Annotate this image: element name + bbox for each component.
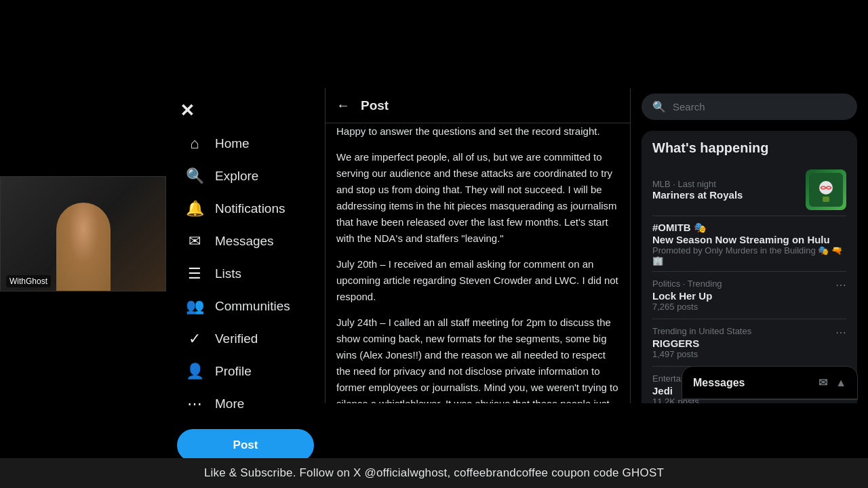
- mlb-image: [806, 169, 846, 210]
- webcam-label: WithGhost: [6, 275, 51, 287]
- whats-happening-title: What's happening: [652, 140, 846, 156]
- sidebar-item-communities[interactable]: 👥 Communities: [172, 291, 319, 322]
- sidebar: ✕ ⌂ Home 🔍 Explore 🔔 Notifications ✉ Mes…: [166, 88, 326, 403]
- sidebar-item-verified[interactable]: ✓ Verified: [172, 323, 319, 354]
- sidebar-label-communities: Communities: [215, 299, 290, 314]
- trend-riggers-meta: Trending in United States: [652, 326, 751, 336]
- post-paragraph-4: July 24th – I called an all staff meetin…: [336, 314, 619, 403]
- whats-happening-panel: What's happening MLB · Last night Marine…: [642, 131, 857, 403]
- sidebar-label-home: Home: [215, 136, 250, 151]
- communities-icon: 👥: [185, 298, 204, 315]
- explore-icon: 🔍: [185, 167, 204, 185]
- search-input[interactable]: [673, 101, 846, 113]
- search-container[interactable]: 🔍: [642, 94, 857, 120]
- bottom-bar: Like & Subscribe. Follow on X @officialw…: [0, 458, 868, 488]
- mlb-name: Mariners at Royals: [652, 189, 806, 201]
- lists-icon: ☰: [185, 265, 204, 283]
- post-content-area: Happy to answer the questions and set th…: [326, 123, 630, 403]
- svg-rect-2: [823, 197, 829, 202]
- webcam-video: WithGhost: [1, 177, 165, 291]
- post-paragraph-1: Happy to answer the questions and set th…: [336, 123, 619, 140]
- sidebar-label-explore: Explore: [215, 169, 258, 184]
- trend-riggers-name: RIGGERS: [652, 338, 751, 349]
- sidebar-label-more: More: [215, 396, 244, 411]
- trend-lock-her-up[interactable]: Politics · Trending Lock Her Up 7,265 po…: [652, 272, 846, 319]
- messages-icons: ✉ ▲: [818, 376, 846, 389]
- sidebar-label-profile: Profile: [215, 364, 252, 379]
- trend-riggers-header: Trending in United States RIGGERS 1,497 …: [652, 326, 846, 359]
- messages-header: Messages ✉ ▲: [682, 367, 857, 399]
- trend-lock-her-up-content: Politics · Trending Lock Her Up 7,265 po…: [652, 279, 722, 312]
- trend-riggers-content: Trending in United States RIGGERS 1,497 …: [652, 326, 751, 359]
- omitb-promoted-label: Promoted by Only Murders in the Building…: [652, 245, 846, 266]
- trend-lock-her-up-posts: 7,265 posts: [652, 302, 722, 312]
- trend-mlb[interactable]: MLB · Last night Mariners at Royals: [652, 164, 846, 216]
- trend-more-icon-2[interactable]: ⋯: [835, 326, 846, 339]
- sidebar-label-lists: Lists: [215, 266, 241, 281]
- messages-compose-icon[interactable]: ✉: [818, 376, 827, 389]
- back-button[interactable]: ←: [336, 98, 350, 113]
- omitb-description: New Season Now Streaming on Hulu: [652, 234, 846, 245]
- trend-lock-her-up-name: Lock Her Up: [652, 290, 722, 302]
- sidebar-item-profile[interactable]: 👤 Profile: [172, 356, 319, 387]
- messages-title: Messages: [693, 377, 745, 389]
- verified-icon: ✓: [185, 330, 204, 348]
- trend-lock-her-up-header: Politics · Trending Lock Her Up 7,265 po…: [652, 279, 846, 312]
- envelope-icon: ✉: [185, 232, 204, 250]
- post-title: Post: [361, 98, 389, 113]
- sidebar-item-explore[interactable]: 🔍 Explore: [172, 161, 319, 192]
- post-paragraph-2: We are imperfect people, all of us, but …: [336, 149, 619, 247]
- omitb-tag: #OMITB 🎭: [652, 222, 846, 234]
- messages-panel: Messages ✉ ▲: [682, 366, 858, 400]
- sidebar-item-notifications[interactable]: 🔔 Notifications: [172, 193, 319, 224]
- twitter-container: ✕ ⌂ Home 🔍 Explore 🔔 Notifications ✉ Mes…: [166, 88, 868, 403]
- search-icon: 🔍: [652, 100, 666, 113]
- main-content: ← Post Happy to answer the questions and…: [326, 88, 631, 403]
- screen-wrapper: WithGhost ✕ ⌂ Home 🔍 Explore 🔔 Notificat…: [0, 0, 868, 488]
- sidebar-label-verified: Verified: [215, 331, 258, 346]
- profile-icon: 👤: [185, 363, 204, 380]
- trend-riggers-posts: 1,497 posts: [652, 349, 751, 359]
- bottom-bar-text: Like & Subscribe. Follow on X @officialw…: [204, 466, 664, 479]
- sidebar-item-messages[interactable]: ✉ Messages: [172, 226, 319, 257]
- more-icon: ⋯: [185, 395, 204, 413]
- right-sidebar: 🔍 What's happening MLB · Last night Mari…: [631, 88, 868, 403]
- sidebar-item-more[interactable]: ⋯ More: [172, 388, 319, 420]
- messages-collapse-icon[interactable]: ▲: [835, 377, 846, 389]
- sidebar-item-home[interactable]: ⌂ Home: [172, 128, 319, 159]
- post-paragraph-3: July 20th – I received an email asking f…: [336, 256, 619, 305]
- sidebar-label-notifications: Notifications: [215, 201, 285, 216]
- sidebar-nav: ⌂ Home 🔍 Explore 🔔 Notifications ✉ Messa…: [166, 128, 325, 420]
- mlb-info: MLB · Last night Mariners at Royals: [652, 179, 806, 201]
- mlb-meta: MLB · Last night: [652, 179, 806, 189]
- webcam-person: [56, 203, 111, 291]
- post-header: ← Post: [326, 88, 630, 123]
- webcam-overlay: WithGhost: [0, 176, 166, 291]
- x-logo[interactable]: ✕: [166, 94, 325, 125]
- sidebar-item-lists[interactable]: ☰ Lists: [172, 258, 319, 289]
- sidebar-label-messages: Messages: [215, 234, 274, 249]
- bell-icon: 🔔: [185, 200, 204, 218]
- trend-more-icon-1[interactable]: ⋯: [835, 279, 846, 291]
- trend-lock-her-up-meta: Politics · Trending: [652, 279, 722, 289]
- trend-omitb[interactable]: #OMITB 🎭 New Season Now Streaming on Hul…: [652, 216, 846, 272]
- post-button[interactable]: Post: [177, 429, 314, 462]
- trend-riggers[interactable]: Trending in United States RIGGERS 1,497 …: [652, 319, 846, 367]
- home-icon: ⌂: [185, 135, 204, 152]
